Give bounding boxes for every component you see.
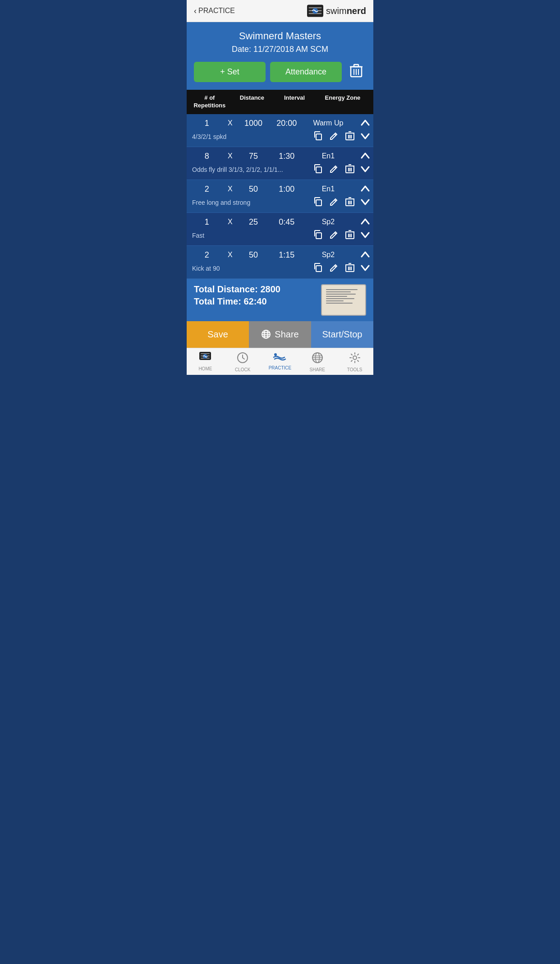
copy-set-button[interactable] xyxy=(313,164,323,176)
set-x: X xyxy=(224,251,237,259)
move-down-button[interactable] xyxy=(361,165,370,175)
move-up-button[interactable] xyxy=(353,119,370,128)
copy-set-button[interactable] xyxy=(313,230,323,242)
set-reps: 8 xyxy=(190,152,224,161)
move-down-button[interactable] xyxy=(361,264,370,273)
back-button[interactable]: ‹ PRACTICE xyxy=(194,6,235,16)
copy-icon xyxy=(313,164,323,174)
share-label: Share xyxy=(275,329,298,340)
set-interval: 1:30 xyxy=(270,152,303,161)
tab-tools[interactable]: TOOLS xyxy=(336,348,373,375)
chevron-up-icon xyxy=(361,185,370,192)
copy-icon xyxy=(313,131,323,141)
swimnerd-logo-icon xyxy=(307,5,323,17)
copy-set-button[interactable] xyxy=(313,131,323,143)
back-arrow-icon: ‹ xyxy=(194,6,197,16)
notes-thumbnail[interactable] xyxy=(321,284,366,316)
svg-rect-29 xyxy=(316,233,321,239)
set-desc-row: 4/3/2/1 spkd xyxy=(190,131,370,143)
move-up-button[interactable] xyxy=(353,217,370,227)
move-down-button[interactable] xyxy=(361,198,370,208)
footer-totals: Total Distance: 2800 Total Time: 62:40 xyxy=(187,279,373,321)
copy-icon xyxy=(313,197,323,207)
delete-set-button[interactable] xyxy=(345,230,354,242)
trash-set-icon xyxy=(345,263,354,272)
edit-set-button[interactable] xyxy=(329,164,339,176)
logo: swimnerd xyxy=(307,5,366,17)
set-description: 4/3/2/1 spkd xyxy=(190,133,313,140)
set-reps: 1 xyxy=(190,217,224,227)
edit-icon xyxy=(329,197,339,207)
table-header: # ofRepetitions Distance Interval Energy… xyxy=(187,90,373,114)
home-svg-icon xyxy=(199,352,211,363)
attendance-button[interactable]: Attendance xyxy=(270,62,342,82)
set-reps: 2 xyxy=(190,184,224,194)
delete-set-button[interactable] xyxy=(345,164,354,176)
tab-practice[interactable]: PRACTICE xyxy=(262,348,299,375)
top-nav: ‹ PRACTICE swimnerd xyxy=(187,0,373,22)
tab-clock[interactable]: CLOCK xyxy=(224,348,262,375)
delete-set-button[interactable] xyxy=(345,131,354,143)
tools-icon xyxy=(349,352,361,366)
tab-share-label: SHARE xyxy=(310,367,325,372)
edit-set-button[interactable] xyxy=(329,131,339,143)
move-down-button[interactable] xyxy=(361,231,370,240)
trash-set-icon xyxy=(345,131,354,141)
move-down-button[interactable] xyxy=(361,132,370,142)
move-up-button[interactable] xyxy=(353,250,370,260)
edit-set-button[interactable] xyxy=(329,230,339,242)
set-reps: 1 xyxy=(190,119,224,128)
tab-clock-label: CLOCK xyxy=(235,367,250,372)
copy-icon xyxy=(313,263,323,272)
set-x: X xyxy=(224,185,237,193)
share-button[interactable]: Share xyxy=(249,321,311,348)
start-stop-button[interactable]: Start/Stop xyxy=(311,321,373,348)
set-main-row: 1 X 25 0:45 Sp2 xyxy=(190,217,370,227)
tab-share[interactable]: SHARE xyxy=(298,348,336,375)
set-main-row: 8 X 75 1:30 En1 xyxy=(190,152,370,161)
move-up-button[interactable] xyxy=(353,184,370,194)
set-description: Kick at 90 xyxy=(190,265,313,272)
edit-icon xyxy=(329,230,339,240)
tab-bar: HOME CLOCK PRACTICE xyxy=(187,348,373,375)
total-time: Total Time: 62:40 xyxy=(194,296,280,307)
set-zone: Sp2 xyxy=(303,218,353,226)
edit-set-button[interactable] xyxy=(329,197,339,209)
copy-set-button[interactable] xyxy=(313,263,323,275)
delete-set-button[interactable] xyxy=(345,197,354,209)
set-dist: 1000 xyxy=(237,119,270,128)
set-dist: 75 xyxy=(237,152,270,161)
save-button[interactable]: Save xyxy=(187,321,249,348)
club-name: Swimnerd Masters xyxy=(194,30,366,42)
delete-practice-button[interactable] xyxy=(346,61,366,83)
edit-icon xyxy=(329,164,339,174)
gear-svg-icon xyxy=(349,352,361,364)
chevron-down-icon xyxy=(361,265,370,271)
col-distance: Distance xyxy=(231,94,273,110)
chevron-up-icon xyxy=(361,251,370,258)
tab-tools-label: TOOLS xyxy=(347,367,363,372)
tab-home[interactable]: HOME xyxy=(187,348,224,375)
set-actions xyxy=(313,263,370,275)
tab-practice-label: PRACTICE xyxy=(269,365,292,370)
bottom-action-buttons: Save Share Start/Stop xyxy=(187,321,373,348)
copy-set-button[interactable] xyxy=(313,197,323,209)
chevron-down-icon xyxy=(361,199,370,205)
chevron-up-icon xyxy=(361,152,370,159)
edit-set-button[interactable] xyxy=(329,263,339,275)
copy-icon xyxy=(313,230,323,240)
svg-line-53 xyxy=(243,358,244,359)
col-energy-zone: Energy Zone xyxy=(316,94,370,110)
set-row: 2 X 50 1:15 Sp2 Kick at 90 xyxy=(187,246,373,279)
move-up-button[interactable] xyxy=(353,152,370,161)
delete-set-button[interactable] xyxy=(345,263,354,275)
chevron-up-icon xyxy=(361,218,370,225)
add-set-button[interactable]: + Set xyxy=(194,62,266,82)
set-actions xyxy=(313,197,370,209)
set-description: Free long and strong xyxy=(190,199,313,206)
col-interval: Interval xyxy=(275,94,314,110)
trash-set-icon xyxy=(345,197,354,207)
clock-svg-icon xyxy=(237,352,248,364)
set-row: 2 X 50 1:00 En1 Free long and strong xyxy=(187,180,373,213)
set-desc-row: Free long and strong xyxy=(190,197,370,209)
